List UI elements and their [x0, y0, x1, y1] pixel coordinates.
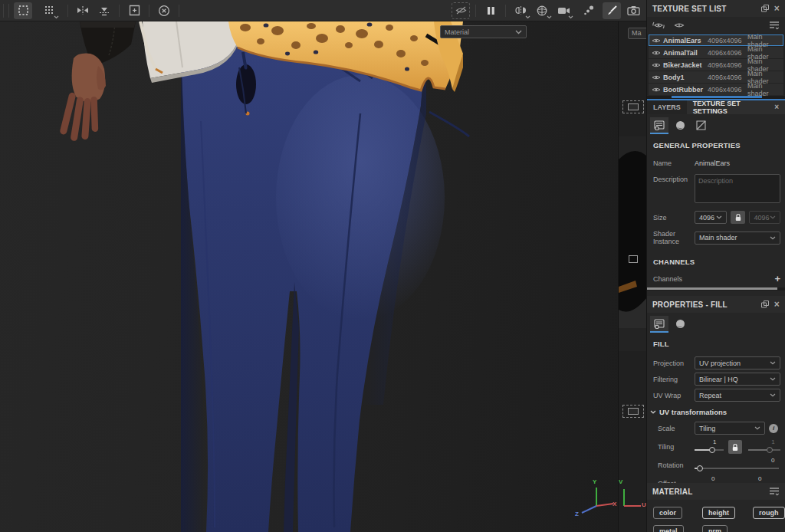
- toolbar-separator: [67, 5, 68, 17]
- toolbar-separator: [119, 5, 120, 17]
- paint-tool-button[interactable]: [603, 2, 621, 19]
- list-options-icon[interactable]: [769, 21, 780, 30]
- texture-set-name: BootRubber: [663, 86, 708, 94]
- channel-color-button[interactable]: color: [653, 507, 682, 519]
- info-icon[interactable]: i: [769, 424, 778, 433]
- shading-mode-value: Material: [445, 28, 469, 36]
- fill-material-mode-button[interactable]: [671, 316, 689, 333]
- symmetry-y-button[interactable]: [95, 2, 113, 19]
- size-lock-button[interactable]: [731, 211, 745, 224]
- uv-frame-icon: [696, 120, 706, 130]
- projection-value: UV projection: [699, 360, 741, 367]
- tiling-x-slider[interactable]: 1: [695, 438, 724, 455]
- chevron-down-icon: [770, 361, 776, 365]
- right-panel: TEXTURE SET LIST ×: [646, 0, 785, 532]
- projection-dropdown[interactable]: UV projection: [695, 356, 780, 369]
- chevron-down-icon: [770, 236, 776, 240]
- size-dropdown[interactable]: 4096: [695, 211, 727, 224]
- gizmo-2d-v-label: V: [619, 478, 622, 485]
- viewport-2d-uv[interactable]: Ma V U: [618, 21, 646, 532]
- panel-divider-square-handle[interactable]: [629, 255, 638, 263]
- channel-metal-button[interactable]: metal: [653, 525, 684, 532]
- dock-tabs: LAYERS TEXTURE SET SETTINGS ×: [647, 99, 785, 114]
- visibility-eye-icon[interactable]: [652, 62, 661, 68]
- filtering-label: Filtering: [653, 376, 695, 383]
- close-tab-icon[interactable]: ×: [774, 103, 779, 111]
- manipulator-select-button[interactable]: [14, 2, 32, 19]
- screenshot-button[interactable]: [624, 2, 642, 19]
- chevron-down-icon: [525, 15, 530, 19]
- shading-mode-dropdown[interactable]: Material: [440, 25, 527, 38]
- description-input[interactable]: [695, 174, 780, 203]
- shader-instance-label: Shader Instance: [653, 230, 695, 245]
- chevron-down-icon: [716, 215, 722, 219]
- properties-fill-header: PROPERTIES - FILL ×: [647, 296, 785, 313]
- tab-texture-set-settings-label: TEXTURE SET SETTINGS: [693, 100, 769, 115]
- shader-instance-dropdown[interactable]: Main shader: [695, 232, 780, 245]
- chevron-down-icon: [54, 15, 59, 19]
- close-panel-icon[interactable]: ×: [774, 300, 780, 308]
- character-hand: [59, 54, 106, 142]
- solo-visibility-icon[interactable]: [674, 21, 685, 29]
- rotation-label: Rotation: [653, 461, 695, 469]
- detach-panel-icon[interactable]: [761, 5, 769, 12]
- mirror-display-button[interactable]: [511, 2, 530, 19]
- uv-transformations-title: UV transformations: [659, 408, 727, 416]
- particles-tool-button[interactable]: [579, 2, 597, 19]
- viewport-3d[interactable]: Y X Z Material: [0, 21, 618, 532]
- settings-uv-mode-button[interactable]: [691, 117, 710, 134]
- 3d-sphere-icon: [536, 5, 548, 16]
- texture-set-row[interactable]: BootRubber 4096x4096 Main shader: [649, 84, 783, 95]
- settings-properties-mode-button[interactable]: [650, 117, 668, 134]
- rotation-slider[interactable]: 0: [695, 457, 779, 474]
- camera-view-button[interactable]: [554, 2, 573, 19]
- close-panel-icon[interactable]: ×: [774, 5, 780, 12]
- uv-transformations-collapse[interactable]: UV transformations: [650, 408, 780, 416]
- settings-material-mode-button[interactable]: [671, 117, 689, 134]
- visibility-eye-icon[interactable]: [652, 38, 661, 44]
- channel-nrm-button[interactable]: nrm: [702, 525, 728, 532]
- list-options-icon[interactable]: [769, 487, 780, 496]
- visibility-eye-icon[interactable]: [652, 87, 661, 93]
- add-frame-button[interactable]: [125, 2, 143, 19]
- gizmo-3d-axes: [582, 488, 613, 513]
- tab-layers[interactable]: LAYERS: [647, 100, 687, 114]
- shader-instance-value: Main shader: [699, 234, 737, 241]
- pause-engine-button[interactable]: [481, 2, 500, 19]
- chevron-down-icon: [568, 15, 573, 19]
- perspective-mode-button[interactable]: [533, 2, 551, 19]
- visibility-eye-icon[interactable]: [652, 74, 661, 80]
- general-properties-title: GENERAL PROPERTIES: [653, 141, 780, 149]
- texture-set-name: Body1: [663, 74, 708, 81]
- panel-divider-handle[interactable]: [622, 100, 644, 113]
- quick-mask-button[interactable]: [40, 2, 58, 19]
- gizmo-3d-z-label: Z: [575, 511, 579, 517]
- uv-wrap-dropdown[interactable]: Repeat: [695, 389, 780, 402]
- toolbar-separator: [179, 5, 179, 17]
- divider-handle-inner: [628, 408, 639, 415]
- add-channel-icon[interactable]: +: [774, 275, 780, 283]
- chevron-down-icon: [754, 426, 760, 430]
- fill-properties-mode-button[interactable]: [650, 316, 668, 333]
- panel-divider-handle[interactable]: [622, 405, 644, 418]
- visibility-eye-icon[interactable]: [652, 50, 661, 56]
- symmetry-x-button[interactable]: [74, 2, 92, 19]
- reset-view-button[interactable]: [155, 2, 173, 19]
- texture-set-list-scrollbar[interactable]: [647, 96, 785, 99]
- detach-panel-icon[interactable]: [761, 300, 769, 308]
- toggle-gizmo-visibility-button[interactable]: [452, 2, 470, 19]
- dashed-frame-icon: [18, 5, 29, 16]
- uv-shading-mode-dropdown[interactable]: Ma: [628, 28, 646, 39]
- channel-rough-button[interactable]: rough: [753, 507, 785, 519]
- size-value: 4096: [699, 214, 714, 222]
- tiling-lock-button[interactable]: [728, 440, 742, 454]
- projection-label: Projection: [653, 360, 695, 367]
- offset-x-value: 0: [711, 475, 714, 482]
- scale-dropdown[interactable]: Tiling: [695, 422, 765, 435]
- toggle-all-visibility-icon[interactable]: [652, 21, 665, 30]
- filtering-dropdown[interactable]: Bilinear | HQ: [695, 373, 780, 386]
- texture-set-name: BikerJacket: [663, 61, 708, 69]
- tab-texture-set-settings[interactable]: TEXTURE SET SETTINGS ×: [687, 100, 785, 114]
- channel-height-button[interactable]: height: [702, 507, 735, 519]
- settings-scrollbar[interactable]: [647, 287, 785, 291]
